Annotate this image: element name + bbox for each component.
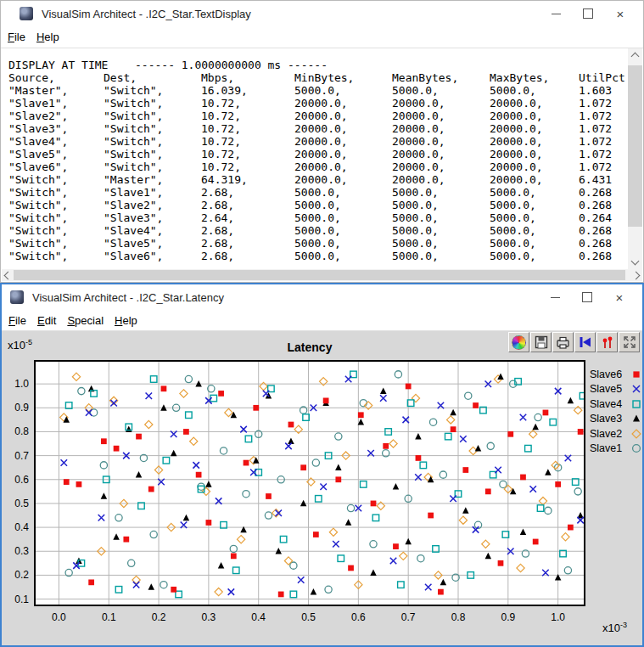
x-tick-label: 1.0	[541, 611, 575, 623]
text-display-area[interactable]: DISPLAY AT TIME------ 1.0000000000 ms --…	[2, 48, 642, 269]
scroll-left-icon[interactable]	[4, 272, 13, 280]
display-time-line: DISPLAY AT TIME------ 1.0000000000 ms --…	[2, 59, 625, 71]
close-button[interactable]: ×	[604, 2, 636, 25]
y-tick-label: 0.6	[3, 474, 29, 486]
y-scale-label: x10-5	[8, 338, 32, 352]
y-tick-label: 0.2	[3, 569, 29, 581]
horizontal-scrollbar[interactable]	[2, 269, 642, 281]
app-icon	[20, 7, 33, 20]
open-diamond-icon	[630, 428, 642, 440]
open-square-icon	[630, 398, 642, 410]
y-tick-label: 0.4	[3, 521, 29, 533]
plot-area[interactable]	[34, 360, 585, 606]
y-tick-label: 0.1	[3, 594, 29, 605]
x-tick-label: 0.8	[441, 611, 475, 623]
x-tick-label: 0.3	[192, 611, 226, 623]
table-row: "Switch","Slave2",2.68,5000.0,5000.0,500…	[2, 199, 625, 211]
legend-item-slave5: Slave5	[590, 384, 642, 396]
menu-file[interactable]: File	[8, 314, 26, 327]
table-row: "Slave1","Switch",10.72,20000.0,20000.0,…	[2, 97, 625, 110]
app-icon	[10, 290, 24, 304]
legend-item-slave3: Slave3	[590, 414, 642, 425]
window-controls: ×	[540, 1, 636, 26]
series-slave5	[61, 376, 584, 595]
minimize-icon	[552, 14, 561, 14]
menu-file[interactable]: File	[8, 31, 25, 43]
filled-triangle-icon	[630, 413, 642, 425]
text-rows: DISPLAY AT TIME------ 1.0000000000 ms --…	[2, 59, 625, 262]
y-tick-label: 0.5	[3, 498, 29, 509]
x-icon	[630, 383, 642, 395]
x-tick-label: 0.7	[391, 611, 425, 623]
window-title: VisualSim Architect - .I2C_Star.Latency	[32, 291, 224, 304]
scroll-right-icon[interactable]	[632, 272, 641, 280]
y-tick-label: 0.9	[3, 402, 29, 414]
legend-label: Slave3	[590, 413, 627, 425]
titlebar-textdisplay: VisualSim Architect - .I2C_Star.TextDisp…	[1, 1, 643, 26]
window-controls: ×	[539, 284, 636, 310]
chart-title: Latency	[34, 340, 585, 354]
table-row: "Master","Switch",16.039,5000.0,5000.0,5…	[2, 84, 625, 97]
window-title: VisualSim Architect - .I2C_Star.TextDisp…	[42, 8, 251, 20]
table-row: "Slave3","Switch",10.72,20000.0,20000.0,…	[2, 122, 625, 135]
y-tick-label: 1.0	[3, 378, 29, 390]
menu-help[interactable]: Help	[115, 314, 137, 327]
vertical-scrollbar-thumb[interactable]	[628, 65, 642, 227]
legend-item-slave6: Slave6	[590, 369, 642, 380]
screen: VisualSim Architect - .I2C_Star.TextDisp…	[0, 0, 644, 647]
vertical-scrollbar[interactable]	[628, 48, 642, 269]
x-tick-label: 0.1	[92, 611, 126, 623]
x-tick-label: 0.0	[42, 611, 76, 623]
table-row: "Switch","Master",64.319,20000.0,20000.0…	[2, 173, 625, 186]
menu-special[interactable]: Special	[67, 314, 104, 327]
window-latency: VisualSim Architect - .I2C_Star.Latency …	[0, 283, 644, 647]
x-tick-label: 0.9	[491, 611, 525, 623]
y-tick-label: 0.3	[3, 545, 29, 557]
open-circle-icon	[630, 442, 642, 454]
legend-item-slave2: Slave2	[590, 428, 642, 440]
menubar-latency: File Edit Special Help	[2, 310, 642, 331]
minimize-button[interactable]	[540, 2, 572, 25]
y-tick-label: 0.7	[3, 450, 29, 462]
table-row: "Slave6","Switch",10.72,20000.0,20000.0,…	[2, 160, 625, 173]
table-row: "Switch","Slave4",2.68,5000.0,5000.0,500…	[2, 224, 625, 237]
x-tick-label: 0.4	[242, 611, 276, 623]
table-row: "Slave2","Switch",10.72,20000.0,20000.0,…	[2, 110, 625, 122]
legend-label: Slave5	[590, 383, 627, 395]
legend-label: Slave4	[590, 398, 627, 410]
series-slave1	[65, 371, 581, 594]
maximize-button[interactable]	[572, 2, 604, 25]
fullscreen-button[interactable]	[619, 332, 640, 352]
fullscreen-icon	[623, 335, 636, 349]
horizontal-scrollbar-thumb[interactable]	[14, 270, 625, 280]
x-tick-label: 0.6	[341, 611, 375, 623]
stem-plot-button[interactable]	[596, 332, 618, 352]
legend-item-slave1: Slave1	[590, 443, 642, 455]
scroll-up-icon[interactable]	[631, 53, 640, 61]
table-row: "Slave4","Switch",10.72,20000.0,20000.0,…	[2, 135, 625, 148]
table-row: "Slave5","Switch",10.72,20000.0,20000.0,…	[2, 148, 625, 160]
minimize-icon	[551, 297, 560, 298]
legend-label: Slave1	[590, 442, 627, 454]
table-row: "Switch","Slave3",2.64,5000.0,5000.0,500…	[2, 211, 625, 224]
plot-content: x10-5 Latency 0.10.20.30.40.50.60.70.80.…	[2, 331, 642, 645]
x-scale-label: x10-3	[602, 621, 627, 634]
series-slave3	[63, 374, 583, 595]
menu-edit[interactable]: Edit	[37, 314, 56, 327]
maximize-icon	[583, 8, 593, 19]
x-tick-label: 0.5	[292, 611, 326, 623]
legend-item-slave4: Slave4	[590, 398, 642, 410]
close-button[interactable]: ×	[603, 285, 636, 309]
table-row: "Switch","Slave6",2.68,5000.0,5000.0,500…	[2, 250, 625, 262]
menubar-textdisplay: File Help	[1, 26, 643, 48]
window-textdisplay: VisualSim Architect - .I2C_Star.TextDisp…	[0, 0, 644, 283]
stem-plot-icon	[601, 336, 614, 349]
maximize-button[interactable]	[571, 285, 603, 309]
menu-help[interactable]: Help	[36, 31, 59, 43]
maximize-icon	[582, 292, 592, 302]
y-tick-label: 0.8	[3, 425, 29, 437]
legend-label: Slave2	[590, 428, 627, 440]
scroll-down-icon[interactable]	[631, 257, 640, 266]
table-row: "Switch","Slave5",2.68,5000.0,5000.0,500…	[2, 237, 625, 250]
minimize-button[interactable]	[539, 285, 571, 309]
